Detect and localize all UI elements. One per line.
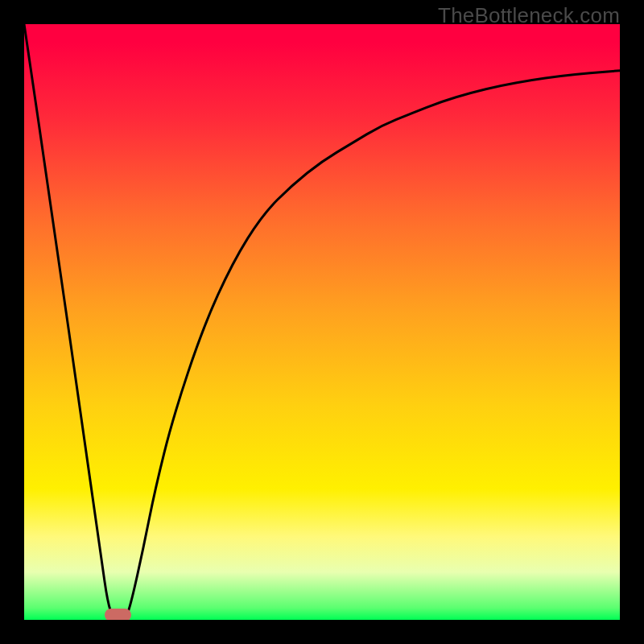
curve-svg xyxy=(24,24,620,620)
outer-frame: TheBottleneck.com xyxy=(0,0,644,644)
bottleneck-curve xyxy=(24,24,620,620)
minimum-marker xyxy=(105,609,131,620)
plot-area xyxy=(24,24,620,620)
